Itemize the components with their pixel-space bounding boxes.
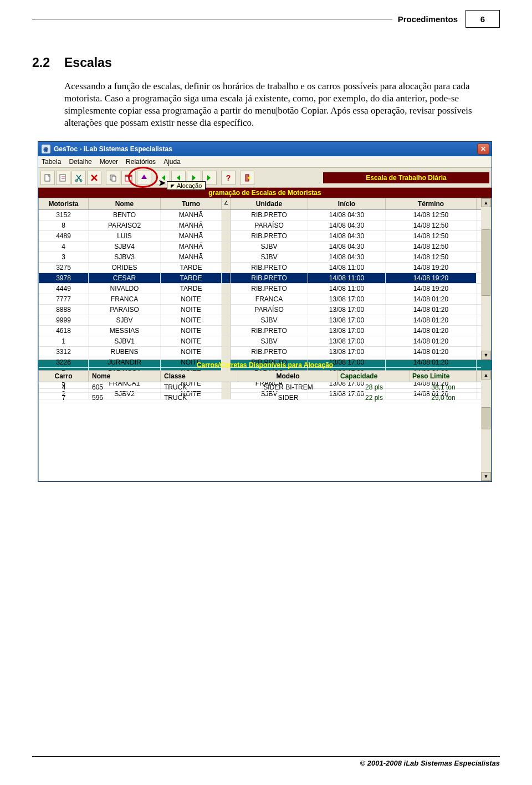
page-footer: © 2001-2008 iLab Sistemas Especialistas [32, 756, 500, 767]
menu-tabela[interactable]: Tabela [42, 158, 61, 166]
help-icon[interactable]: ? [221, 171, 236, 185]
close-button[interactable]: ✕ [477, 143, 489, 155]
table-row[interactable]: 4SJBV4MANHÃSJBV14/08 04:3014/08 12:50 [39, 242, 481, 252]
delete-icon[interactable] [87, 171, 101, 185]
table-row[interactable]: 4618MESSIASNOITERIB.PRETO13/08 17:0014/0… [39, 326, 481, 336]
scroll-down-icon[interactable]: ▼ [481, 472, 491, 481]
col-carro-nome[interactable]: Nome [89, 371, 161, 382]
app-window: ◉ GesToc - iLab Sistemas Especialistas ✕… [38, 141, 492, 482]
new-icon[interactable] [40, 171, 55, 185]
col-unidade[interactable]: Unidade [231, 198, 308, 209]
sort-indicator-icon[interactable]: ∠ [222, 198, 231, 209]
scroll-up-icon[interactable]: ▲ [481, 371, 491, 379]
table-row[interactable]: 8PARAISO2MANHÃPARAÍSO14/08 04:3014/08 12… [39, 220, 481, 231]
cut-icon[interactable] [71, 171, 86, 185]
copyright: © 2001-2008 iLab Sistemas Especialistas [32, 759, 500, 767]
body-paragraph: Acessando a função de escalas, definir o… [64, 80, 500, 129]
menu-relatorios[interactable]: Relatórios [126, 158, 156, 166]
table-row[interactable]: 3SJBV3MANHÃSJBV14/08 04:3014/08 12:50 [39, 252, 481, 263]
scroll-down-icon[interactable]: ▼ [481, 351, 491, 360]
app-icon: ◉ [42, 145, 50, 153]
filter-icon[interactable] [137, 171, 151, 185]
table-row[interactable]: 3312RUBENSNOITERIB.PRETO13/08 17:0014/08… [39, 347, 481, 357]
svg-rect-7 [125, 175, 132, 177]
table-row[interactable]: 8888PARAISONOITEPARAÍSO13/08 17:0014/08 … [39, 305, 481, 315]
header-label: Procedimentos [392, 14, 463, 24]
svg-rect-0 [45, 175, 50, 181]
col-capacidade[interactable]: Capacidade [338, 371, 410, 382]
tooltip: ◤Alocação [167, 181, 206, 190]
calendar-icon[interactable] [121, 171, 136, 185]
grid-motoristas: Motorista Nome Turno ∠ Unidade Início Té… [38, 198, 492, 360]
col-peso-limite[interactable]: Peso Limite [410, 371, 477, 382]
vertical-scrollbar-2[interactable]: ▲ ▼ [481, 371, 491, 481]
page-number: 6 [466, 10, 500, 28]
col-termino[interactable]: Término [386, 198, 477, 209]
menubar: Tabela Detalhe Mover Relatórios Ajuda [38, 156, 492, 168]
table-row[interactable]: 9999SJBVNOITESJBV13/08 17:0014/08 01:20 [39, 315, 481, 326]
copy-icon[interactable] [106, 171, 120, 185]
table-row[interactable]: 7777FRANCANOITEFRANCA13/08 17:0014/08 01… [39, 294, 481, 305]
menu-ajuda[interactable]: Ajuda [163, 158, 181, 166]
toolbar: ? ➤ ◤Alocação Escala de Trabalho Diária [38, 168, 492, 188]
page-header: Procedimentos 6 [32, 10, 500, 28]
col-turno[interactable]: Turno [161, 198, 222, 209]
col-nome[interactable]: Nome [89, 198, 161, 209]
table-row[interactable]: 3275ORIDESTARDERIB.PRETO14/08 11:0014/08… [39, 263, 481, 273]
table-row[interactable]: 3152BENTOMANHÃRIB.PRETO14/08 04:3014/08 … [39, 210, 481, 220]
toolbar-banner: Escala de Trabalho Diária [323, 172, 489, 183]
section-title: Escalas [64, 55, 112, 70]
col-inicio[interactable]: Início [308, 198, 386, 209]
grid1-title: gramação de Escalas de Motoristas [38, 188, 492, 198]
exit-icon[interactable] [240, 171, 254, 185]
scroll-up-icon[interactable]: ▲ [481, 198, 491, 207]
table-row[interactable]: 1SJBV1NOITESJBV13/08 17:0014/08 01:20 [39, 336, 481, 347]
table-row[interactable]: 3978CESARTARDERIB.PRETO14/08 11:0014/08 … [39, 273, 481, 284]
svg-rect-1 [60, 175, 65, 181]
col-carro[interactable]: Carro [39, 371, 89, 382]
menu-mover[interactable]: Mover [100, 158, 118, 166]
table-row[interactable]: 4605TRUCKSIDER BI-TREM28 pls38,1 ton [39, 382, 481, 393]
col-modelo[interactable]: Modelo [238, 371, 338, 382]
section-number: 2.2 [32, 55, 64, 70]
titlebar: ◉ GesToc - iLab Sistemas Especialistas ✕ [38, 142, 492, 156]
col-motorista[interactable]: Motorista [39, 198, 89, 209]
svg-rect-5 [112, 176, 116, 181]
edit-icon[interactable] [56, 171, 70, 185]
col-classe[interactable]: Classe [161, 371, 238, 382]
grid-carros: Carro Nome Classe Modelo Capacidade Peso… [38, 370, 492, 481]
table-row[interactable]: 7596TRUCKSIDER22 pls29,0 ton [39, 393, 481, 403]
vertical-scrollbar[interactable]: ▲ ▼ [481, 198, 491, 360]
menu-detalhe[interactable]: Detalhe [69, 158, 91, 166]
window-title: GesToc - iLab Sistemas Especialistas [54, 145, 172, 153]
table-row[interactable]: 4449NIVALDOTARDERIB.PRETO14/08 11:0014/0… [39, 284, 481, 294]
table-row[interactable]: 4489LUISMANHÃRIB.PRETO14/08 04:3014/08 1… [39, 231, 481, 242]
